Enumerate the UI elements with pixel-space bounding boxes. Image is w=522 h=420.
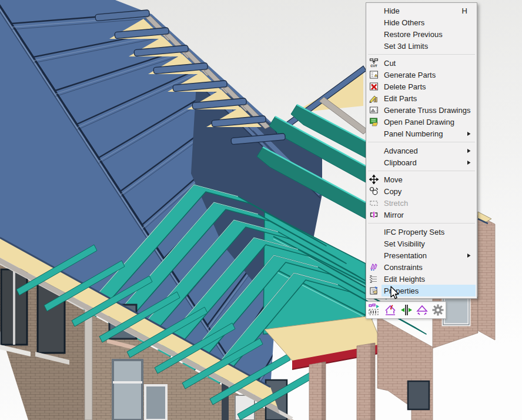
menu-item-copy[interactable]: Copy [366, 185, 477, 197]
context-menu: HideH Hide Others Restore Previous Set 3… [366, 2, 477, 299]
generate-parts-icon [366, 70, 382, 79]
menu-item-mirror[interactable]: Mirror [366, 209, 477, 221]
menu-item-stretch[interactable]: Stretch [366, 197, 477, 209]
edit-parts-icon [366, 94, 382, 103]
properties-icon [366, 286, 382, 295]
edit-heights-icon [366, 274, 382, 284]
move-icon [366, 175, 382, 184]
gable-end-sliver[interactable] [478, 212, 495, 340]
menu-separator [368, 54, 475, 55]
menu-item-delete-parts[interactable]: Delete Parts [366, 81, 477, 92]
menu-separator [368, 142, 475, 142]
menu-item-cut[interactable]: CUTCut [366, 57, 477, 69]
mini-toolbar [366, 301, 446, 319]
roof-house-icon[interactable] [383, 302, 397, 318]
menu-item-set-3d-limits[interactable]: Set 3d Limits [366, 40, 477, 52]
menu-item-presentation[interactable]: Presentation [366, 249, 477, 261]
menu-item-restore-previous[interactable]: Restore Previous [366, 28, 477, 40]
menu-separator [368, 171, 475, 171]
menu-separator [368, 223, 475, 224]
svg-text:CUT: CUT [370, 64, 377, 68]
menu-item-constraints[interactable]: Constraints [366, 261, 477, 273]
menu-item-open-panel-drawing[interactable]: Open Panel Drawing [366, 116, 477, 128]
corner-trim [85, 305, 92, 420]
delete-parts-icon [366, 82, 382, 91]
submenu-arrow-icon [467, 148, 476, 154]
submenu-arrow-icon [467, 253, 476, 258]
app-window: { "scene": { "palette": { "bgTop": "#e4e… [0, 0, 522, 420]
open-panel-drawing-icon [366, 117, 382, 126]
menu-item-advanced[interactable]: Advanced [366, 145, 477, 156]
menu-item-generate-parts[interactable]: Generate Parts [366, 69, 477, 81]
mirror-icon [366, 210, 382, 219]
constraints-icon [366, 262, 382, 272]
roof-pitch-icon[interactable] [414, 302, 429, 318]
menu-item-ifc-property-sets[interactable]: IFC Property Sets [366, 226, 477, 238]
submenu-arrow-icon [467, 160, 476, 165]
porch-column-left[interactable] [309, 362, 326, 420]
porch-window[interactable] [408, 381, 429, 409]
menu-item-move[interactable]: Move [366, 174, 477, 185]
submenu-arrow-icon [467, 131, 476, 136]
menu-item-hide-others[interactable]: Hide Others [366, 16, 477, 28]
stretch-icon [366, 198, 382, 208]
menu-item-generate-truss-drawings[interactable]: Generate Truss Drawings [366, 104, 477, 116]
menu-item-properties[interactable]: Properties [366, 285, 477, 296]
cut-icon: CUT [366, 58, 382, 68]
menu-item-set-visibility[interactable]: Set Visibility [366, 238, 477, 249]
porch-column-right[interactable] [357, 343, 375, 420]
settings-gear-icon[interactable] [430, 302, 445, 318]
menu-item-edit-parts[interactable]: Edit Parts [366, 92, 477, 104]
copy-icon [366, 186, 382, 196]
menu-item-edit-heights[interactable]: Edit Heights [366, 273, 477, 285]
align-measure-icon[interactable] [399, 302, 413, 318]
menu-item-panel-numbering[interactable]: Panel Numbering [366, 128, 477, 139]
truss-drawings-icon [366, 105, 382, 115]
menu-item-clipboard[interactable]: Clipboard [366, 156, 477, 168]
panel-numbering-icon[interactable] [367, 302, 382, 318]
menu-item-hide[interactable]: HideH [366, 5, 477, 16]
